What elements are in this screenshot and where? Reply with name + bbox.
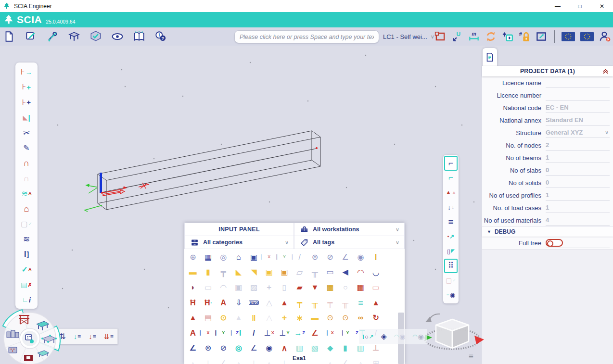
spiral-2-icon[interactable]: ◉	[261, 341, 277, 356]
pipe-2-icon[interactable]: ⊙	[338, 310, 353, 326]
segment-solid[interactable]	[9, 347, 17, 353]
support-f-icon[interactable]: ▵	[261, 356, 277, 364]
maximize-button[interactable]: □	[569, 0, 591, 12]
chevron-down-icon[interactable]: ∨	[605, 129, 609, 136]
slab-cross-icon[interactable]: +	[261, 280, 277, 295]
property-value[interactable]: 1	[546, 190, 610, 201]
slab-vertical-icon[interactable]: ▯	[277, 280, 292, 295]
eu-flag-1-icon[interactable]	[561, 31, 575, 42]
column-head-icon[interactable]: ┳	[216, 265, 231, 280]
opening-box-red-icon[interactable]: ▣	[277, 265, 292, 280]
collapse-panel-icon[interactable]	[601, 67, 610, 75]
rename-text-icon[interactable]: I]	[15, 247, 38, 262]
property-value[interactable]: EC - EN	[546, 102, 610, 113]
column-vertical-icon[interactable]: ▮	[201, 265, 216, 280]
arch-frame-disabled-icon[interactable]: ∩	[15, 171, 38, 186]
categories-filter[interactable]: All categories ∨	[184, 236, 294, 249]
support-e-icon[interactable]: ⊥	[246, 356, 262, 364]
prism-icon[interactable]: ◀	[338, 265, 353, 280]
dot-grid[interactable]: ⠿	[444, 259, 458, 274]
dot-grid-icon[interactable]: ⠿	[448, 262, 454, 270]
ring-icon[interactable]: ◎	[231, 341, 246, 356]
project-data-tab[interactable]	[483, 48, 497, 66]
coord-y-icon[interactable]: ⊥Y	[277, 326, 292, 341]
view-rendered-icon[interactable]: ⌐	[448, 174, 453, 182]
ucs-icon[interactable]	[451, 30, 463, 43]
property-value[interactable]: General XYZ∨	[546, 127, 610, 138]
plate-icon[interactable]: ▱	[292, 265, 307, 280]
cone-icon[interactable]: ▲	[368, 295, 383, 311]
info-axis-icon[interactable]: ∟i	[15, 292, 38, 308]
circle-slash-icon[interactable]: ⊘	[322, 250, 338, 265]
ribbed-red-icon[interactable]: ▦	[353, 280, 369, 295]
bracket-icon[interactable]: ◥	[246, 265, 262, 280]
selection-disabled-icon[interactable]: ▢✓	[446, 277, 456, 284]
navigation-cube[interactable]	[418, 307, 485, 364]
truss-faded-icon[interactable]: △	[261, 295, 277, 311]
slab-flat-icon[interactable]: ▭	[201, 280, 216, 295]
check-model-icon[interactable]	[89, 30, 102, 43]
zoom-selection-icon[interactable]: I○↗	[362, 334, 374, 340]
arc-member-icon[interactable]: ↻	[368, 310, 383, 326]
property-value[interactable]	[546, 90, 610, 100]
selection-check-disabled-icon[interactable]: ▢✓	[15, 216, 38, 232]
dim-y-icon[interactable]: ⊢Y⊣	[277, 250, 292, 265]
import-dwg-icon[interactable]: DWG	[246, 295, 262, 311]
fit-view-icon[interactable]	[535, 30, 548, 43]
panel-trapezoid-icon[interactable]: ▼	[307, 280, 323, 295]
circle-slash-2-icon[interactable]: ⊘	[216, 341, 231, 356]
prism-teal-icon[interactable]: ◆	[322, 341, 338, 356]
table-2-icon[interactable]: ╥	[307, 295, 323, 311]
support-j-icon[interactable]: ▵	[322, 356, 338, 364]
property-value[interactable]: 0	[546, 177, 610, 188]
show-swoosh-eye-icon[interactable]: ◠◉	[412, 333, 424, 340]
slab-hole-icon[interactable]: ○	[338, 280, 353, 295]
frame-wizard-icon[interactable]: Ħ▪	[201, 295, 216, 311]
dim-x-icon[interactable]: ⊢X⊣	[261, 250, 277, 265]
property-value[interactable]	[546, 77, 610, 88]
pyramid-icon[interactable]: ▲	[277, 295, 292, 311]
pipe-1-icon[interactable]: ⊙	[322, 310, 338, 326]
span-x-icon[interactable]: ⊦X	[322, 326, 338, 341]
view-structure-icon[interactable]: ⌐	[448, 159, 453, 167]
support-l-icon[interactable]: ▵	[353, 356, 369, 364]
curved-member-icon[interactable]: ◠	[353, 265, 369, 280]
support-k-icon[interactable]: ∠	[338, 356, 353, 364]
selection-disabled[interactable]: ▢✓	[444, 273, 458, 288]
view-supports-icon[interactable]: ▪↗	[447, 234, 455, 239]
workstation-icon[interactable]	[68, 30, 80, 43]
shape-faded-icon[interactable]: ▲	[231, 310, 246, 326]
view-settings-eye-icon[interactable]: ≡◉	[447, 292, 455, 298]
view-load-arrows-icon[interactable]: ↓↓	[447, 204, 454, 211]
cut-icon[interactable]: ✂	[15, 125, 38, 140]
property-value[interactable]: 1	[546, 152, 610, 163]
command-search-input[interactable]	[234, 30, 379, 43]
table-1-icon[interactable]: ┯	[292, 295, 307, 311]
angle-measure-icon[interactable]: ∠	[185, 341, 201, 356]
support-c-icon[interactable]: ∠	[216, 356, 231, 364]
property-value[interactable]: 1	[546, 202, 610, 213]
box-3d-icon[interactable]: ▣	[246, 250, 262, 265]
measure-icon[interactable]	[468, 30, 480, 43]
mirror-icon[interactable]: ◣|	[15, 110, 38, 126]
table-faded-1-icon[interactable]: ┯	[322, 295, 338, 311]
beam-star-icon[interactable]: ∗	[292, 310, 307, 326]
dim-diagonal-2-icon[interactable]: /	[246, 326, 262, 341]
lock-settings-icon[interactable]	[518, 30, 531, 43]
import-model-icon[interactable]: ⇩	[231, 295, 246, 311]
tags-filter[interactable]: All tags ∨	[294, 236, 405, 249]
workstations-filter[interactable]: All workstations ∨	[294, 223, 405, 236]
refresh-icon[interactable]	[485, 30, 497, 43]
view-rendered[interactable]: ⌐	[444, 171, 458, 186]
segment-steel[interactable]	[24, 355, 33, 361]
rotate-right-arrow[interactable]	[474, 336, 484, 344]
angle-3-icon[interactable]: ∠	[246, 341, 262, 356]
slab-arrows-icon[interactable]: ▬	[307, 310, 323, 326]
frame-2d-icon[interactable]: Ħ	[185, 295, 201, 311]
add-member-teal-icon[interactable]: ⊦+	[15, 80, 38, 95]
selection-frame-icon[interactable]	[434, 30, 447, 43]
panel-hole-icon[interactable]: ▭	[368, 280, 383, 295]
minimize-button[interactable]: —	[547, 0, 569, 12]
slab-diagonal-icon[interactable]: ▨	[246, 280, 262, 295]
view-loads[interactable]: ▲▲	[444, 185, 458, 200]
